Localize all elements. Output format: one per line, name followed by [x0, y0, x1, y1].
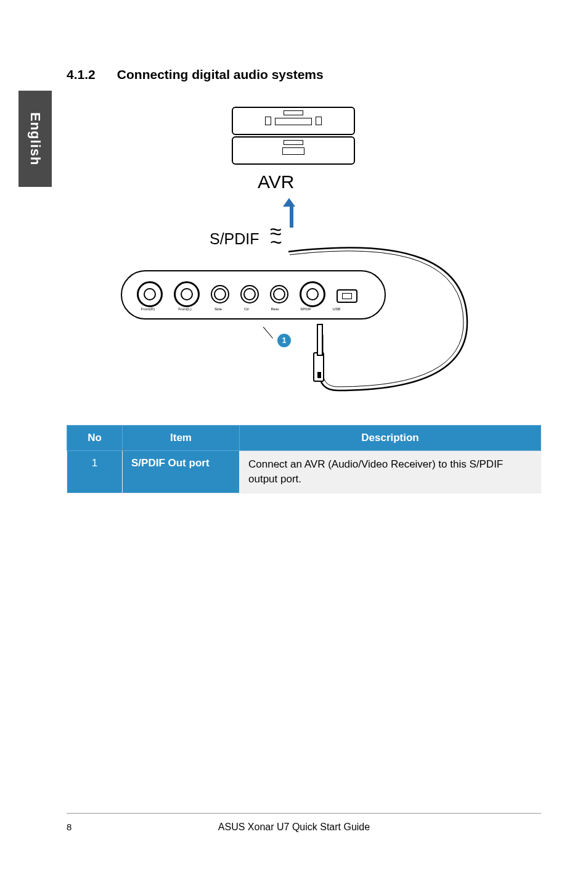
port-label-spdif: SPDIF: [293, 307, 318, 311]
section-heading: 4.1.2 Connecting digital audio systems: [67, 67, 541, 82]
cell-no: 1: [67, 451, 123, 493]
arrow-up-icon: [287, 198, 295, 228]
port-description-table: No Item Description 1 S/PDIF Out port Co…: [67, 425, 541, 493]
th-no: No: [67, 426, 123, 451]
port-row: [137, 281, 357, 307]
port-rear: [270, 285, 288, 303]
port-label-front-r: Front(R): [136, 307, 160, 311]
th-item: Item: [123, 426, 240, 451]
callout-1: 1: [277, 334, 291, 347]
section-title: Connecting digital audio systems: [117, 67, 324, 81]
cell-description: Connect an AVR (Audio/Video Receiver) to…: [240, 451, 541, 493]
port-front-l: [174, 281, 200, 307]
footer-rule: [67, 813, 541, 814]
language-tab: English: [18, 91, 52, 187]
port-front-r: [137, 281, 163, 307]
section-number: 4.1.2: [67, 67, 113, 82]
avr-unit-top: [232, 107, 355, 135]
port-side: [211, 285, 229, 303]
th-description: Description: [240, 426, 541, 451]
avr-device: [232, 107, 355, 166]
port-usb: [337, 289, 357, 303]
table-row: 1 S/PDIF Out port Connect an AVR (Audio/…: [67, 451, 541, 493]
port-label-side: Side: [206, 307, 231, 311]
table-header-row: No Item Description: [67, 426, 541, 451]
footer-title: ASUS Xonar U7 Quick Start Guide: [0, 822, 588, 833]
sound-card-rear: Front(R) Front(L) Side Ctr Rear SPDIF US…: [121, 270, 386, 320]
port-label-ctr: Ctr: [234, 307, 259, 311]
spdif-connector: [313, 352, 324, 382]
port-label-rear: Rear: [263, 307, 287, 311]
port-ctr: [240, 285, 259, 303]
avr-label: AVR: [258, 171, 294, 192]
language-tab-label: English: [27, 112, 43, 165]
connection-diagram: AVR S/PDIF ≈~ Front(R) Front(L): [67, 94, 541, 397]
port-spdif: [300, 281, 325, 307]
avr-unit-bottom: [232, 136, 355, 165]
page-content: 4.1.2 Connecting digital audio systems A…: [67, 67, 541, 493]
port-label-usb: USB: [324, 307, 349, 311]
port-label-front-l: Front(L): [173, 307, 197, 311]
cell-item: S/PDIF Out port: [123, 451, 240, 493]
